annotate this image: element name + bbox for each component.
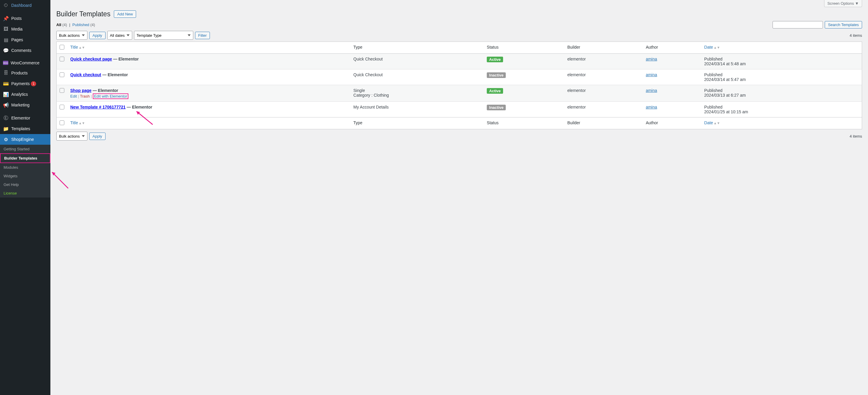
sidebar-item-pages[interactable]: ▤Pages <box>0 34 51 45</box>
row-checkbox[interactable] <box>60 57 64 61</box>
sidebar-item-payments[interactable]: 💳Payments1 <box>0 78 51 89</box>
column-date-footer[interactable]: Date▲▼ <box>704 120 720 125</box>
archive-icon: 🗄 <box>3 70 9 76</box>
sort-icon: ▲▼ <box>714 121 720 125</box>
sidebar-item-products[interactable]: 🗄Products <box>0 68 51 78</box>
sidebar-item-elementor[interactable]: ⒺElementor <box>0 113 51 123</box>
template-type-select[interactable]: Template Type <box>134 31 193 40</box>
svg-marker-3 <box>52 172 56 176</box>
gauge-icon: ⏲ <box>3 2 9 8</box>
main-content: Screen Options ▼ Builder Templates Add N… <box>51 0 868 395</box>
annotation-arrow <box>52 172 73 194</box>
submenu-license[interactable]: License <box>0 189 51 198</box>
column-title-header[interactable]: Title▲▼ <box>70 45 85 50</box>
row-checkbox[interactable] <box>60 72 64 77</box>
status-badge: Inactive <box>487 72 506 78</box>
status-badge: Inactive <box>487 105 506 110</box>
comment-icon: 💬 <box>3 48 9 53</box>
column-type-footer: Type <box>350 117 484 129</box>
column-type-header: Type <box>350 42 484 54</box>
dates-filter-select[interactable]: All dates <box>107 31 132 40</box>
screen-options-button[interactable]: Screen Options ▼ <box>824 0 862 7</box>
submenu-get-help[interactable]: Get Help <box>0 180 51 189</box>
chart-icon: 📊 <box>3 91 9 97</box>
author-link[interactable]: amina <box>646 57 657 61</box>
sort-icon: ▲▼ <box>79 46 85 49</box>
payment-icon: 💳 <box>3 81 9 87</box>
bulk-actions-select-bottom[interactable]: Bulk actions <box>56 132 88 141</box>
row-actions: Edit | Trash | Edit with Elementor <box>70 94 347 98</box>
payments-badge: 1 <box>31 81 36 86</box>
bulk-actions-select[interactable]: Bulk actions <box>56 31 88 40</box>
apply-button-bottom[interactable]: Apply <box>89 132 105 140</box>
shopengine-submenu: Getting Started Builder Templates Module… <box>0 145 51 198</box>
row-date: Published2024/01/25 at 10:15 am <box>702 102 862 117</box>
row-title[interactable]: Quick checkout — Elementor <box>70 72 128 77</box>
search-button[interactable]: Search Templates <box>825 21 862 28</box>
column-title-footer[interactable]: Title▲▼ <box>70 120 85 125</box>
sidebar-item-woocommerce[interactable]: wooWooCommerce <box>0 58 51 68</box>
sidebar-item-dashboard[interactable]: ⏲Dashboard <box>0 0 51 11</box>
page-title: Builder Templates <box>56 10 110 18</box>
select-all-checkbox[interactable] <box>60 45 64 50</box>
sidebar-item-shopengine[interactable]: ⚙ShopEngine <box>0 134 51 145</box>
row-builder: elementor <box>564 102 643 117</box>
column-author-header: Author <box>643 42 701 54</box>
trash-link[interactable]: Trash <box>80 94 90 98</box>
submenu-modules[interactable]: Modules <box>0 163 51 172</box>
row-title[interactable]: New Template # 1706177721 — Elementor <box>70 105 152 110</box>
pin-icon: 📌 <box>3 16 9 21</box>
table-row: Shop page — Elementor Edit | Trash | Edi… <box>57 85 862 102</box>
megaphone-icon: 📢 <box>3 102 9 108</box>
author-link[interactable]: amina <box>646 88 657 93</box>
row-type: Quick Checkout <box>350 69 484 85</box>
media-icon: 🖼 <box>3 26 9 32</box>
status-badge: Active <box>487 88 503 94</box>
folder-icon: 📁 <box>3 126 9 132</box>
sidebar-item-media[interactable]: 🖼Media <box>0 24 51 34</box>
apply-button-top[interactable]: Apply <box>89 32 105 39</box>
sidebar-item-analytics[interactable]: 📊Analytics <box>0 89 51 100</box>
column-author-footer: Author <box>643 117 701 129</box>
filter-all[interactable]: All <box>56 23 61 27</box>
edit-link[interactable]: Edit <box>70 94 77 98</box>
row-date: Published2024/03/14 at 5:47 am <box>702 69 862 85</box>
select-all-checkbox-foot[interactable] <box>60 120 64 125</box>
shopengine-icon: ⚙ <box>3 136 9 142</box>
author-link[interactable]: amina <box>646 72 657 77</box>
table-row: Quick checkout — Elementor Quick Checkou… <box>57 69 862 85</box>
row-builder: elementor <box>564 69 643 85</box>
row-title[interactable]: Shop page — Elementor <box>70 88 118 93</box>
row-type: My Account Details <box>350 102 484 117</box>
edit-with-elementor-link[interactable]: Edit with Elementor <box>93 93 128 99</box>
woocommerce-icon: woo <box>3 61 8 65</box>
sidebar-item-posts[interactable]: 📌Posts <box>0 13 51 24</box>
sidebar-item-comments[interactable]: 💬Comments <box>0 45 51 56</box>
submenu-getting-started[interactable]: Getting Started <box>0 145 51 153</box>
sidebar-item-marketing[interactable]: 📢Marketing <box>0 100 51 110</box>
row-builder: elementor <box>564 85 643 102</box>
submenu-widgets[interactable]: Widgets <box>0 172 51 180</box>
row-checkbox[interactable] <box>60 88 64 93</box>
items-count-top: 4 items <box>849 33 862 38</box>
row-type: SingleCategory : Clothing <box>350 85 484 102</box>
table-row: New Template # 1706177721 — Elementor My… <box>57 102 862 117</box>
row-date: Published2024/03/13 at 6:27 am <box>702 85 862 102</box>
submenu-builder-templates[interactable]: Builder Templates <box>0 153 51 163</box>
admin-sidebar: ⏲Dashboard 📌Posts 🖼Media ▤Pages 💬Comment… <box>0 0 51 395</box>
row-title[interactable]: Quick checkout page — Elementor <box>70 57 139 61</box>
column-date-header[interactable]: Date▲▼ <box>704 45 720 50</box>
row-checkbox[interactable] <box>60 105 64 110</box>
search-input[interactable] <box>773 21 823 28</box>
items-count-bottom: 4 items <box>849 134 862 139</box>
svg-line-2 <box>52 172 68 188</box>
column-builder-header: Builder <box>564 42 643 54</box>
sidebar-item-templates[interactable]: 📁Templates <box>0 123 51 134</box>
add-new-button[interactable]: Add New <box>114 10 136 18</box>
column-status-header: Status <box>484 42 564 54</box>
author-link[interactable]: amina <box>646 105 657 110</box>
filter-button[interactable]: Filter <box>195 32 210 39</box>
sort-icon: ▲▼ <box>79 121 85 125</box>
page-icon: ▤ <box>3 37 9 43</box>
filter-published[interactable]: Published <box>72 23 89 27</box>
